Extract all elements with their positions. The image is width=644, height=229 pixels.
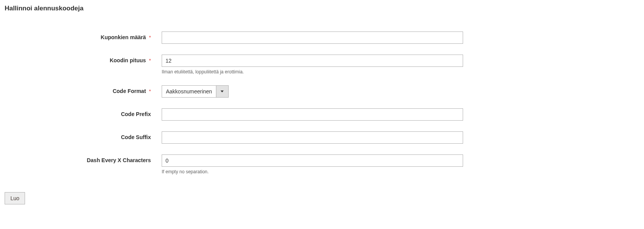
generate-button[interactable]: Luo — [5, 192, 25, 204]
label-dash-every: Dash Every X Characters — [87, 157, 151, 163]
select-code-format[interactable]: Aakkosnumeerinen — [162, 85, 229, 98]
required-mark: * — [149, 88, 151, 94]
chevron-down-icon — [216, 86, 228, 97]
required-mark: * — [149, 35, 151, 40]
field-row-code-prefix: Code Prefix — [5, 108, 467, 121]
label-code-suffix: Code Suffix — [121, 134, 151, 140]
label-coupon-qty: Kuponkien määrä — [101, 34, 146, 40]
note-dash-every: If empty no separation. — [162, 169, 463, 174]
label-code-format: Code Format — [113, 88, 146, 94]
label-code-length: Koodin pituus — [110, 57, 146, 63]
input-code-length[interactable] — [162, 55, 463, 67]
note-code-length: Ilman etuliitettä, loppuliitettä ja erot… — [162, 69, 463, 75]
section-title: Hallinnoi alennuskoodeja — [5, 5, 639, 12]
select-code-format-value: Aakkosnumeerinen — [162, 86, 216, 97]
input-code-suffix[interactable] — [162, 131, 463, 144]
required-mark: * — [149, 58, 151, 63]
input-dash-every[interactable] — [162, 154, 463, 167]
field-row-code-format: Code Format * Aakkosnumeerinen — [5, 85, 467, 98]
field-row-dash-every: Dash Every X Characters If empty no sepa… — [5, 154, 467, 174]
field-row-coupon-qty: Kuponkien määrä * — [5, 32, 467, 44]
field-row-code-suffix: Code Suffix — [5, 131, 467, 144]
input-coupon-qty[interactable] — [162, 32, 463, 44]
field-row-code-length: Koodin pituus * Ilman etuliitettä, loppu… — [5, 55, 467, 75]
input-code-prefix[interactable] — [162, 108, 463, 121]
coupon-codes-form: Kuponkien määrä * Koodin pituus * Ilman … — [5, 32, 467, 174]
label-code-prefix: Code Prefix — [121, 111, 151, 117]
